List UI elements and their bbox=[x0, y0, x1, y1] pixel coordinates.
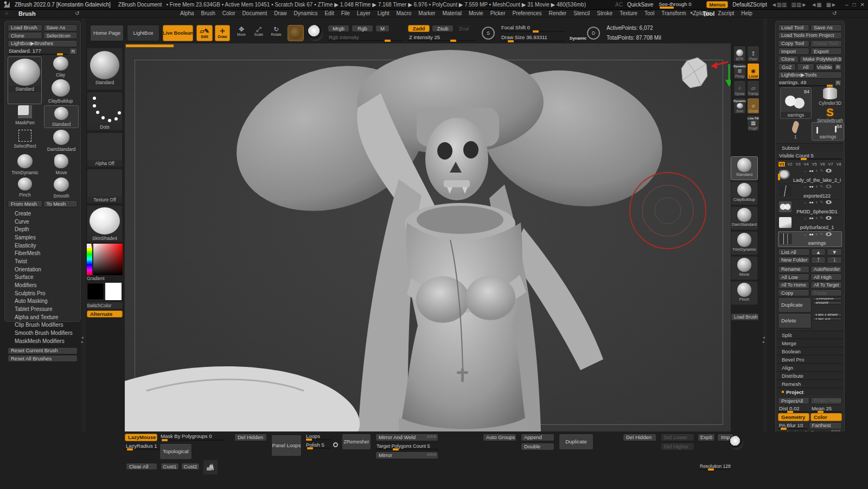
menu-entry[interactable]: Transform bbox=[661, 10, 686, 16]
tool-subsection[interactable]: Merge bbox=[777, 339, 843, 347]
menu-entry[interactable]: Material bbox=[442, 10, 462, 16]
subtool-up-button[interactable]: ▲ bbox=[811, 249, 826, 256]
restore-icon[interactable]: □ bbox=[853, 2, 856, 8]
zsub-button[interactable]: Zsub bbox=[432, 25, 454, 32]
subtool-tab-v6[interactable]: V6 bbox=[819, 161, 826, 167]
alternate-button[interactable]: Alternate bbox=[87, 310, 123, 317]
tray-color-picker[interactable]: Gradient bbox=[87, 244, 123, 282]
menu-entry[interactable]: Macro bbox=[397, 10, 412, 16]
subtool-down-button[interactable]: ▼ bbox=[827, 249, 842, 256]
menu-entry[interactable]: File bbox=[341, 10, 350, 16]
tray-alpha-tile[interactable]: Alpha Off bbox=[87, 132, 123, 167]
subtool-row[interactable]: ⌄●●◐✎ PM3D_Sphere3D1 bbox=[778, 200, 842, 215]
cust2-button[interactable]: Cust2 bbox=[181, 463, 200, 470]
menu-entry[interactable]: Render bbox=[548, 10, 566, 16]
lightbox-brushes-button[interactable]: Lightbox▶Brushes bbox=[8, 40, 78, 47]
home-page-button[interactable]: Home Page bbox=[90, 25, 124, 41]
duplicate-geom-button[interactable]: Duplicate bbox=[559, 434, 593, 450]
brush-section-item[interactable]: Surface bbox=[8, 274, 78, 282]
zremesher-button[interactable]: ZRemesher bbox=[342, 434, 371, 450]
all-to-target-button[interactable]: All To Target bbox=[810, 282, 842, 289]
brush-section-item[interactable]: Orientation bbox=[8, 265, 78, 274]
del-lower-button[interactable]: Del Lower bbox=[661, 434, 694, 441]
divider-set-icon[interactable]: ◄▦ bbox=[811, 2, 821, 8]
project-color-toggle[interactable]: Color bbox=[810, 413, 842, 421]
current-material-swatch[interactable] bbox=[288, 25, 304, 41]
rgb-intensity-slider[interactable]: Rgb Intensity bbox=[328, 34, 403, 41]
brush-move-tile[interactable]: Move bbox=[44, 154, 79, 176]
load-brush-button[interactable]: Load Brush bbox=[8, 24, 42, 31]
tray-material-tile[interactable]: SkinShade4 bbox=[87, 205, 123, 242]
rgb-button[interactable]: Rgb bbox=[352, 25, 373, 32]
tool-r2-button[interactable]: R bbox=[834, 79, 842, 86]
dock-brush-tile[interactable]: Move bbox=[731, 256, 758, 280]
subtool-row[interactable]: ⌄●●◐✎ polySurface2_1 bbox=[778, 215, 842, 231]
dock-brush-tile[interactable]: ClayBuildup bbox=[731, 181, 758, 205]
brush-section-item[interactable]: Twist bbox=[8, 257, 78, 265]
subtool-tab-v4[interactable]: V4 bbox=[802, 161, 810, 167]
tool-subsection[interactable]: Split bbox=[777, 331, 843, 339]
main-color-swatch[interactable] bbox=[87, 283, 104, 300]
paste-tool-button[interactable]: Paste Tool bbox=[810, 40, 842, 47]
menu-entry[interactable]: Movie bbox=[469, 10, 483, 16]
store-camera-button[interactable] bbox=[203, 460, 218, 475]
mrgb-button[interactable]: Mrgb bbox=[328, 25, 349, 32]
brush-restore-icon[interactable]: ↺ bbox=[75, 10, 79, 16]
append-geom-button[interactable]: Append bbox=[521, 434, 554, 441]
tool-restore-icon[interactable]: ↺ bbox=[832, 10, 837, 16]
load-tool-button[interactable]: Load Tool bbox=[778, 24, 809, 31]
menu-entry[interactable]: Zscript bbox=[718, 10, 734, 16]
append-subtool-button[interactable]: Append bbox=[813, 297, 843, 301]
rename-button[interactable]: Rename bbox=[778, 266, 809, 273]
edit-button[interactable]: ▱✎ Edit bbox=[196, 25, 213, 41]
live-boolean-button[interactable]: Live Boolean bbox=[163, 25, 193, 41]
tray-stroke-tile[interactable]: Dots bbox=[87, 92, 123, 131]
zcut-button[interactable]: Zcut bbox=[456, 25, 472, 32]
visibility-eye-icon[interactable] bbox=[826, 185, 832, 188]
menu-entry[interactable]: Layer bbox=[357, 10, 371, 16]
all-button[interactable]: All bbox=[797, 63, 815, 71]
clone-brush-button[interactable]: Clone bbox=[8, 32, 42, 39]
brush-section-item[interactable]: Modifiers bbox=[8, 281, 78, 289]
document-canvas[interactable] bbox=[125, 43, 731, 431]
visibility-eye-icon[interactable] bbox=[826, 216, 832, 220]
move-into-folder-button[interactable]: ⤵ bbox=[827, 257, 842, 264]
to-mesh-button[interactable]: To Mesh bbox=[43, 200, 78, 207]
brush-current-slider[interactable]: Standard. 177 bbox=[8, 48, 68, 55]
menu-entry[interactable]: Help bbox=[741, 10, 752, 16]
stroke-settings-icon[interactable]: S bbox=[482, 27, 495, 40]
subtool-tab-v2[interactable]: V2 bbox=[786, 161, 794, 167]
load-tools-from-project-button[interactable]: Load Tools From Project bbox=[778, 32, 842, 39]
menu-entry[interactable]: Color bbox=[222, 10, 235, 16]
exps-button[interactable]: ExpS bbox=[698, 434, 715, 441]
target-polygons-slider[interactable]: Target Polygons Count 5 bbox=[375, 443, 438, 450]
del-all-button[interactable]: Del All bbox=[813, 317, 843, 321]
brush-pinch-tile[interactable]: Pinch bbox=[8, 177, 42, 199]
brush-palette-icon[interactable]: ⁘ bbox=[4, 10, 9, 16]
lightbox-button[interactable]: LightBox bbox=[127, 25, 159, 41]
polish-mode-toggle[interactable] bbox=[333, 442, 338, 447]
del-hidden2-button[interactable]: Del Hidden bbox=[623, 434, 656, 441]
move-button[interactable]: ✥ Move bbox=[234, 26, 248, 41]
dock-brush-tile[interactable]: DamStandard bbox=[731, 206, 758, 230]
brush-claybuildup-tile[interactable]: ClayBuildup bbox=[43, 79, 78, 104]
bpr-button[interactable]: BPR bbox=[733, 46, 746, 62]
tray-texture-tile[interactable]: Texture Off bbox=[87, 169, 123, 204]
zadd-button[interactable]: Zadd bbox=[408, 25, 430, 32]
brush-section-item[interactable]: Elasticity bbox=[8, 242, 78, 250]
visibility-eye-icon[interactable] bbox=[826, 200, 832, 204]
subtool-tab-v3[interactable]: V3 bbox=[794, 161, 802, 167]
solo-button[interactable]: DynamicSolo bbox=[733, 98, 746, 114]
quicksave-button[interactable]: QuickSave bbox=[627, 2, 653, 8]
paste-subtool-button[interactable]: Paste bbox=[810, 289, 842, 296]
topological-button[interactable]: Topological bbox=[159, 443, 192, 460]
visible-button[interactable]: Visible bbox=[815, 63, 833, 71]
subtool-section-header[interactable]: Subtool bbox=[777, 143, 843, 151]
earrings-tool-thumb[interactable]: 84 earrings bbox=[812, 122, 844, 141]
project-section-header[interactable]: Project bbox=[777, 388, 843, 396]
menu-entry[interactable]: Marker bbox=[418, 10, 435, 16]
scale-button[interactable]: ⤢ Scale bbox=[252, 26, 266, 41]
mask-by-polygroups-slider[interactable]: Mask By Polygroups 0 bbox=[159, 433, 225, 441]
dist-slider[interactable]: Dist 0.02 bbox=[778, 405, 809, 412]
brush-section-item[interactable]: Sculptris Pro bbox=[8, 289, 78, 297]
